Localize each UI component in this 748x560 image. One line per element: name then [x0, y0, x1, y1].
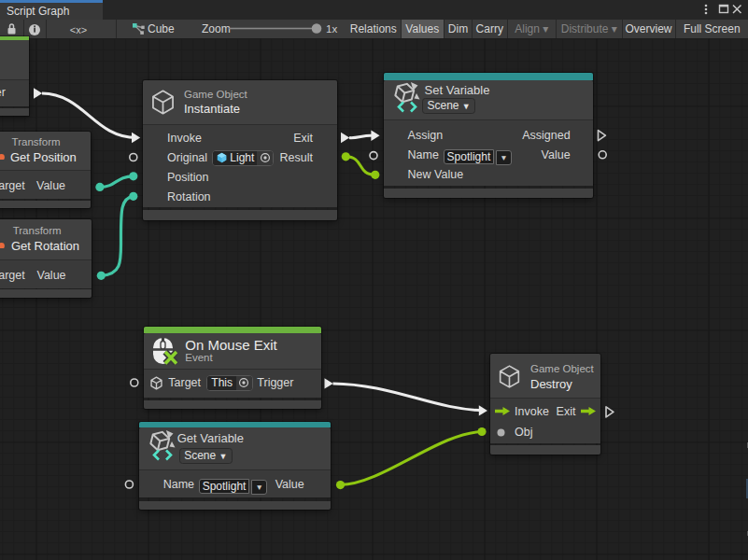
svg-text:1x: 1x [326, 23, 337, 35]
svg-text:<x>: <x> [70, 24, 87, 35]
